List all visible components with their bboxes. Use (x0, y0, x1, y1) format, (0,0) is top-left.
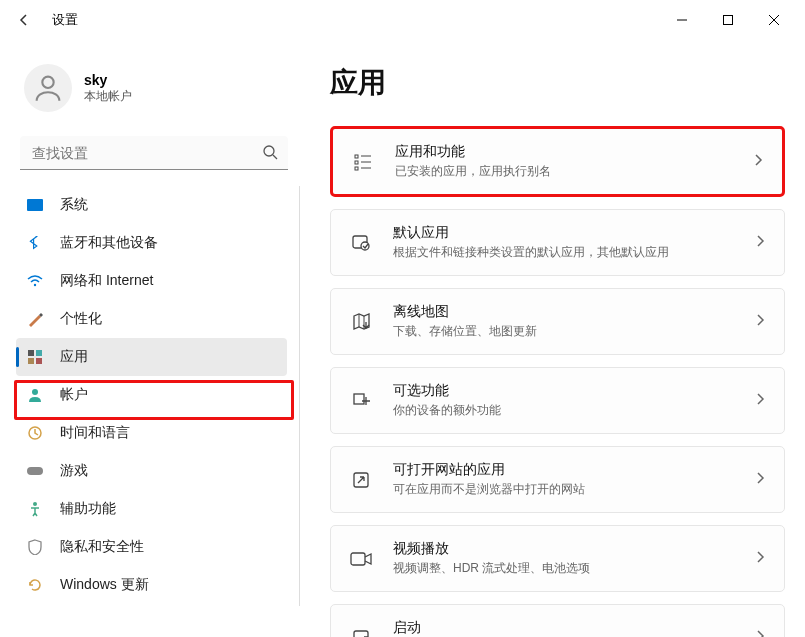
sidebar-item-label: 蓝牙和其他设备 (60, 234, 158, 252)
card-desc: 已安装的应用，应用执行别名 (395, 163, 754, 180)
title-bar: 设置 (0, 0, 805, 40)
svg-rect-9 (28, 358, 34, 364)
startup-icon (349, 626, 373, 638)
video-icon (349, 547, 373, 571)
card-optional-features[interactable]: 可选功能 你的设备的额外功能 (330, 367, 785, 434)
search-box (20, 136, 288, 170)
nav-list: 系统 蓝牙和其他设备 网络和 Internet 个性化 应用 帐户 (16, 186, 300, 606)
search-icon (262, 144, 278, 164)
window-controls (659, 4, 797, 36)
sidebar-item-accounts[interactable]: 帐户 (16, 376, 287, 414)
page-title: 应用 (330, 64, 785, 102)
sidebar: sky 本地帐户 系统 蓝牙和其他设备 网络和 Internet (0, 40, 300, 637)
user-type: 本地帐户 (84, 88, 132, 105)
card-video-playback[interactable]: 视频播放 视频调整、HDR 流式处理、电池选项 (330, 525, 785, 592)
chevron-right-icon (756, 234, 766, 252)
card-title: 默认应用 (393, 224, 756, 242)
svg-rect-7 (28, 350, 34, 356)
chevron-right-icon (756, 471, 766, 489)
card-title: 视频播放 (393, 540, 756, 558)
apps-icon (26, 348, 44, 366)
chevron-right-icon (756, 313, 766, 331)
sidebar-item-bluetooth[interactable]: 蓝牙和其他设备 (16, 224, 287, 262)
sidebar-item-accessibility[interactable]: 辅助功能 (16, 490, 287, 528)
chevron-right-icon (756, 550, 766, 568)
user-block[interactable]: sky 本地帐户 (16, 56, 300, 132)
sidebar-item-label: 辅助功能 (60, 500, 116, 518)
sidebar-item-gaming[interactable]: 游戏 (16, 452, 287, 490)
sidebar-item-windows-update[interactable]: Windows 更新 (16, 566, 287, 604)
sidebar-item-label: 系统 (60, 196, 88, 214)
maximize-button[interactable] (705, 4, 751, 36)
minimize-button[interactable] (659, 4, 705, 36)
svg-rect-5 (27, 199, 43, 211)
add-feature-icon (349, 389, 373, 413)
card-desc: 根据文件和链接种类设置的默认应用，其他默认应用 (393, 244, 756, 261)
card-title: 启动 (393, 619, 756, 637)
person-icon (26, 386, 44, 404)
card-desc: 你的设备的额外功能 (393, 402, 756, 419)
sidebar-item-apps[interactable]: 应用 (16, 338, 287, 376)
svg-rect-17 (355, 161, 358, 164)
svg-rect-10 (36, 358, 42, 364)
minimize-icon (677, 15, 687, 25)
card-startup[interactable]: 启动 登录时自动启动的应用程序 (330, 604, 785, 637)
card-default-apps[interactable]: 默认应用 根据文件和链接种类设置的默认应用，其他默认应用 (330, 209, 785, 276)
svg-rect-25 (351, 553, 365, 565)
chevron-right-icon (754, 153, 764, 171)
chevron-right-icon (756, 629, 766, 638)
sidebar-item-label: 应用 (60, 348, 88, 366)
list-icon (351, 150, 375, 174)
sidebar-item-label: 网络和 Internet (60, 272, 153, 290)
svg-rect-8 (36, 350, 42, 356)
shield-icon (26, 538, 44, 556)
sidebar-item-personalization[interactable]: 个性化 (16, 300, 287, 338)
system-icon (26, 196, 44, 214)
clock-globe-icon (26, 424, 44, 442)
card-offline-maps[interactable]: 离线地图 下载、存储位置、地图更新 (330, 288, 785, 355)
sidebar-item-label: Windows 更新 (60, 576, 149, 594)
default-apps-icon (349, 231, 373, 255)
maximize-icon (723, 15, 733, 25)
card-desc: 视频调整、HDR 流式处理、电池选项 (393, 560, 756, 577)
card-title: 离线地图 (393, 303, 756, 321)
content-area: 应用 应用和功能 已安装的应用，应用执行别名 默认应用 根据文件和链接种类设置的… (300, 40, 805, 637)
search-input[interactable] (20, 136, 288, 170)
sidebar-item-label: 游戏 (60, 462, 88, 480)
sidebar-item-network[interactable]: 网络和 Internet (16, 262, 287, 300)
sidebar-item-system[interactable]: 系统 (16, 186, 287, 224)
wifi-icon (26, 272, 44, 290)
user-icon (31, 71, 65, 105)
map-icon (349, 310, 373, 334)
user-name: sky (84, 72, 132, 88)
update-icon (26, 576, 44, 594)
brush-icon (26, 310, 44, 328)
back-arrow-icon (16, 12, 32, 28)
svg-point-3 (264, 146, 274, 156)
sidebar-item-label: 个性化 (60, 310, 102, 328)
sidebar-item-privacy[interactable]: 隐私和安全性 (16, 528, 287, 566)
svg-point-2 (42, 77, 53, 88)
card-title: 可选功能 (393, 382, 756, 400)
card-title: 可打开网站的应用 (393, 461, 756, 479)
svg-rect-19 (355, 167, 358, 170)
svg-line-4 (273, 155, 277, 159)
back-button[interactable] (8, 4, 40, 36)
svg-point-14 (33, 502, 37, 506)
svg-point-11 (32, 389, 38, 395)
gamepad-icon (26, 462, 44, 480)
close-button[interactable] (751, 4, 797, 36)
sidebar-item-label: 隐私和安全性 (60, 538, 144, 556)
sidebar-item-label: 帐户 (60, 386, 88, 404)
card-apps-for-websites[interactable]: 可打开网站的应用 可在应用而不是浏览器中打开的网站 (330, 446, 785, 513)
svg-rect-13 (27, 467, 43, 475)
sidebar-item-time-language[interactable]: 时间和语言 (16, 414, 287, 452)
avatar (24, 64, 72, 112)
website-app-icon (349, 468, 373, 492)
svg-point-6 (34, 284, 36, 286)
svg-rect-1 (724, 16, 733, 25)
card-title: 应用和功能 (395, 143, 754, 161)
card-apps-features[interactable]: 应用和功能 已安装的应用，应用执行别名 (330, 126, 785, 197)
accessibility-icon (26, 500, 44, 518)
card-desc: 可在应用而不是浏览器中打开的网站 (393, 481, 756, 498)
